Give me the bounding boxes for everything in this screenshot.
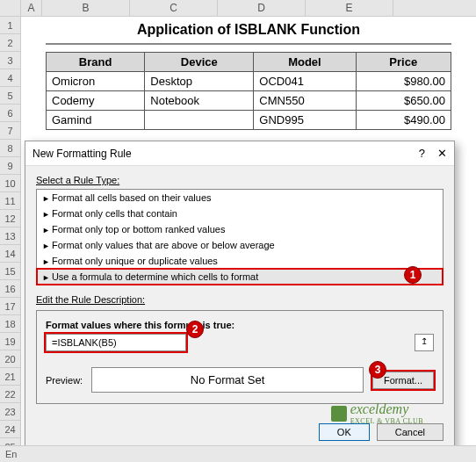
arrow-icon: ► [42,257,50,266]
row-header[interactable]: 14 [0,245,21,263]
row-header[interactable]: 3 [0,52,21,69]
cancel-button[interactable]: Cancel [377,423,444,441]
col-header[interactable]: D [218,0,306,16]
row-header[interactable]: 7 [0,122,21,140]
corner-cell [0,0,21,16]
table-row: Codemy Notebook CMN550 $650.00 [47,91,451,111]
col-header[interactable]: C [130,0,218,16]
help-icon[interactable]: ? [419,147,425,160]
close-icon[interactable]: ✕ [437,147,447,160]
watermark-name: exceldemy [350,401,409,416]
arrow-icon: ► [42,194,50,203]
preview-box: No Format Set [91,367,364,393]
ok-button[interactable]: OK [319,423,370,441]
row-header[interactable]: 19 [0,333,21,350]
edit-rule-description-label: Edit the Rule Description: [36,294,444,305]
collapse-dialog-icon[interactable]: ↥ [415,334,434,351]
formula-label: Format values where this formula is true… [46,320,434,330]
dialog-titlebar[interactable]: New Formatting Rule ? ✕ [25,141,454,166]
row-header[interactable]: 1 [0,17,21,34]
watermark-sub: EXCEL & VBA CLUB [350,417,423,425]
row-header[interactable]: 24 [0,421,21,438]
row-header[interactable]: 9 [0,157,21,175]
status-bar: En [0,445,476,462]
arrow-icon: ► [42,273,50,282]
row-header[interactable]: 2 [0,34,21,52]
col-header[interactable]: A [21,0,42,16]
rule-description-box: Format values where this formula is true… [36,310,444,404]
th-device[interactable]: Device [145,53,254,72]
data-table: Brand Device Model Price Omicron Desktop… [46,52,451,130]
row-header[interactable]: 21 [0,368,21,386]
row-header[interactable]: 8 [0,140,21,157]
row-header[interactable]: 12 [0,210,21,227]
rule-type-option-formula[interactable]: ►Use a formula to determine which cells … [37,269,443,285]
row-header[interactable]: 11 [0,192,21,210]
formula-input[interactable] [46,334,186,351]
callout-1: 1 [404,266,422,284]
dialog-title-text: New Formatting Rule [32,148,132,160]
row-header[interactable]: 10 [0,175,21,192]
rule-type-option[interactable]: ►Format only unique or duplicate values [37,253,443,269]
row-header[interactable]: 4 [0,69,21,87]
row-header[interactable]: 16 [0,280,21,298]
row-header[interactable]: 20 [0,350,21,368]
preview-label: Preview: [46,375,83,386]
rule-type-option[interactable]: ►Format only top or bottom ranked values [37,221,443,237]
col-header[interactable]: B [42,0,130,16]
table-header-row: Brand Device Model Price [47,53,451,72]
arrow-icon: ► [42,226,50,235]
th-model[interactable]: Model [254,53,356,72]
rule-type-option[interactable]: ►Format only values that are above or be… [37,237,443,253]
row-header[interactable]: 5 [0,87,21,105]
th-brand[interactable]: Brand [47,53,145,72]
row-header[interactable]: 13 [0,227,21,245]
row-header[interactable]: 6 [0,105,21,122]
arrow-icon: ► [42,210,50,219]
rule-type-option[interactable]: ►Format only cells that contain [37,206,443,221]
row-header[interactable]: 23 [0,403,21,421]
page-title: Application of ISBLANK Function [46,18,451,45]
select-rule-type-label: Select a Rule Type: [36,175,444,185]
row-header[interactable]: 18 [0,315,21,333]
col-header[interactable]: E [306,0,393,16]
rule-type-option[interactable]: ►Format all cells based on their values [37,190,443,206]
th-price[interactable]: Price [356,53,451,72]
watermark: exceldemy EXCEL & VBA CLUB [331,401,423,425]
callout-2: 2 [186,321,204,338]
table-row: Gamind GND995 $490.00 [47,111,451,130]
row-header[interactable]: 22 [0,386,21,403]
column-headers: A B C D E [0,0,476,17]
row-header[interactable]: 15 [0,263,21,280]
logo-icon [331,406,347,422]
arrow-icon: ► [42,242,50,250]
row-header[interactable]: 17 [0,298,21,315]
rule-type-list: ►Format all cells based on their values … [36,189,444,285]
table-row: Omicron Desktop OCD041 $980.00 [47,72,451,91]
callout-3: 3 [369,361,386,379]
row-headers: 1 2 3 4 5 6 7 8 9 10 11 12 13 14 15 16 1… [0,17,21,456]
